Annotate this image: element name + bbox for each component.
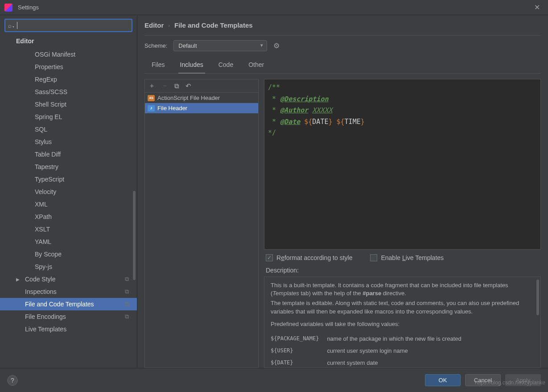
sidebar-item[interactable]: Shell Script	[0, 98, 137, 111]
sidebar-item[interactable]: OSGi Manifest	[0, 48, 137, 61]
revert-icon[interactable]: ↶	[185, 82, 191, 90]
chevron-right-icon: ▶	[16, 277, 20, 282]
search-input[interactable]	[17, 22, 129, 29]
settings-tree[interactable]: Editor OSGi ManifestPropertiesRegExpSass…	[0, 35, 137, 368]
reformat-checkbox[interactable]: ✓ Reformat according to style	[266, 254, 352, 261]
sidebar-item[interactable]: Live Templates	[0, 323, 137, 335]
sidebar-item[interactable]: Table Diff	[0, 148, 137, 161]
sidebar-item[interactable]: Spring EL	[0, 111, 137, 123]
description-text: Predefined variables will take the follo…	[271, 320, 534, 328]
sidebar-item[interactable]: Tapestry	[0, 161, 137, 173]
sidebar-item-label: Inspections	[25, 288, 57, 295]
sidebar-item-label: Stylus	[35, 138, 52, 145]
tab[interactable]: Code	[217, 58, 235, 74]
scheme-select[interactable]: Default	[173, 40, 267, 51]
scheme-row: Scheme: Default ⚙	[144, 36, 541, 56]
copy-icon[interactable]: ⧉	[174, 82, 179, 90]
sidebar-item[interactable]: File Encodings⧉	[0, 310, 137, 323]
sidebar-item-label: TypeScript	[35, 176, 64, 183]
code-editor[interactable]: /** * @Description * @Author XXXXX * @Da…	[264, 79, 541, 250]
sidebar-item-label: Live Templates	[25, 326, 66, 333]
sidebar-item[interactable]: By Scope	[0, 248, 137, 260]
remove-icon: －	[161, 82, 168, 90]
workarea: ＋ － ⧉ ↶ ASActionScript File HeaderJFile …	[144, 74, 541, 368]
file-type-icon: AS	[148, 95, 155, 101]
apply-button: Apply	[505, 374, 541, 386]
project-scope-icon: ⧉	[125, 276, 129, 283]
checkbox-box-icon	[370, 254, 377, 261]
sidebar-item-label: File and Code Templates	[25, 301, 94, 308]
sidebar-item[interactable]: TypeScript	[0, 173, 137, 186]
search-icon: ⌕▾	[8, 22, 15, 29]
tab[interactable]: Includes	[178, 58, 205, 74]
sidebar-item[interactable]: File and Code Templates⧉	[0, 298, 137, 310]
sidebar-item[interactable]: XML	[0, 198, 137, 210]
content: Editor › File and Code Templates Scheme:…	[137, 15, 548, 368]
description-label: Description:	[264, 266, 541, 276]
variable-name: ${PACKAGE_NAME}	[271, 333, 327, 345]
sidebar-item-label: XPath	[35, 213, 52, 220]
tab[interactable]: Files	[150, 58, 167, 74]
sidebar-item-label: Velocity	[35, 188, 56, 195]
sidebar-item[interactable]: XPath	[0, 210, 137, 223]
sidebar-item-label: XML	[35, 201, 48, 208]
variable-desc: current system date	[327, 357, 469, 368]
sidebar-item[interactable]: Spy-js	[0, 260, 137, 273]
add-icon[interactable]: ＋	[148, 82, 155, 90]
scrollbar-thumb[interactable]	[133, 191, 136, 280]
close-icon[interactable]: ✕	[531, 1, 544, 13]
sidebar-item-label: YAML	[35, 238, 51, 245]
sidebar-item-label: SQL	[35, 126, 47, 133]
sidebar-item[interactable]: Sass/SCSS	[0, 86, 137, 98]
tabs: FilesIncludesCodeOther	[144, 56, 541, 74]
variables-table: ${PACKAGE_NAME}name of the package in wh…	[271, 333, 470, 368]
tab[interactable]: Other	[247, 58, 266, 74]
sidebar-item[interactable]: Properties	[0, 61, 137, 73]
sidebar-item[interactable]: ▶Code Style⧉	[0, 273, 137, 285]
file-type-icon: J	[148, 105, 155, 111]
sidebar-item-label: File Encodings	[25, 313, 66, 320]
help-button[interactable]: ?	[7, 375, 18, 386]
chevron-right-icon: ›	[168, 23, 170, 28]
reformat-label: Reformat according to style	[276, 254, 352, 261]
enable-live-templates-checkbox[interactable]: Enable Live Templates	[370, 254, 444, 261]
enable-live-templates-label: Enable Live Templates	[381, 254, 444, 261]
breadcrumb: Editor › File and Code Templates	[144, 21, 541, 36]
sidebar-item[interactable]: YAML	[0, 235, 137, 248]
title-bar: Settings ✕	[0, 0, 548, 15]
sidebar-item[interactable]: Velocity	[0, 186, 137, 198]
table-row: ${USER}current user system login name	[271, 345, 470, 357]
sidebar-item-label: Shell Script	[35, 101, 66, 108]
app-icon	[4, 4, 12, 12]
breadcrumb-parent[interactable]: Editor	[144, 21, 164, 29]
sidebar-item-label: Sass/SCSS	[35, 88, 67, 95]
checkbox-box-icon: ✓	[266, 254, 273, 261]
project-scope-icon: ⧉	[125, 288, 129, 295]
sidebar-item[interactable]: SQL	[0, 123, 137, 136]
cancel-button[interactable]: Cancel	[465, 374, 501, 386]
sidebar-item-label: Table Diff	[35, 151, 61, 158]
sidebar-item-label: RegExp	[35, 76, 57, 83]
scrollbar-thumb[interactable]	[536, 280, 539, 315]
description-text: This is a built-in template. It contains…	[271, 281, 534, 297]
template-toolbar: ＋ － ⧉ ↶	[145, 79, 258, 93]
search-box[interactable]: ⌕▾	[4, 19, 132, 32]
sidebar-item-label: Code Style	[25, 276, 55, 283]
ok-button[interactable]: OK	[425, 374, 461, 386]
sidebar-item-label: By Scope	[35, 251, 62, 258]
project-scope-icon: ⧉	[125, 301, 129, 308]
template-list-item[interactable]: ASActionScript File Header	[145, 93, 258, 103]
sidebar-item-label: Spy-js	[35, 263, 52, 270]
sidebar-item[interactable]: Stylus	[0, 136, 137, 148]
sidebar-item[interactable]: Inspections⧉	[0, 285, 137, 298]
sidebar-item[interactable]: RegExp	[0, 73, 137, 86]
window-title: Settings	[18, 4, 39, 11]
variable-desc: name of the package in which the new fil…	[327, 333, 469, 345]
gear-icon[interactable]: ⚙	[273, 41, 280, 50]
breadcrumb-current: File and Code Templates	[174, 21, 253, 29]
sidebar-item[interactable]: XSLT	[0, 223, 137, 235]
variable-name: ${USER}	[271, 345, 327, 357]
template-list-item[interactable]: JFile Header	[145, 103, 258, 113]
sidebar-item-label: Properties	[35, 63, 63, 70]
template-list-item-label: File Header	[157, 105, 187, 111]
